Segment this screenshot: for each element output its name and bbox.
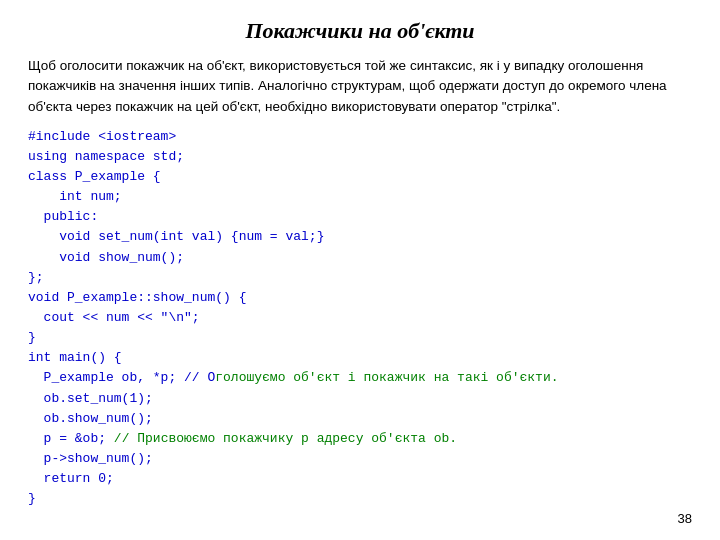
code-line: void P_example::show_num() { [28, 288, 692, 308]
code-line: return 0; [28, 469, 692, 489]
description-text: Щоб оголосити покажчик на об'єкт, викори… [28, 56, 692, 117]
code-line: ob.show_num(); [28, 409, 692, 429]
code-line: P_example ob, *p; // Оголошуємо об'єкт і… [28, 368, 692, 388]
code-line: } [28, 489, 692, 509]
code-line: void set_num(int val) {num = val;} [28, 227, 692, 247]
code-comment: голошуємо об'єкт і покажчик на такі об'є… [215, 370, 558, 385]
page: Покажчики на об'єкти Щоб оголосити покаж… [0, 0, 720, 540]
page-title: Покажчики на об'єкти [28, 18, 692, 44]
code-line: p->show_num(); [28, 449, 692, 469]
code-line: int main() { [28, 348, 692, 368]
code-line: p = &ob; // Присвоюємо покажчику p адрес… [28, 429, 692, 449]
page-number: 38 [678, 511, 692, 526]
code-line: ob.set_num(1); [28, 389, 692, 409]
code-line: class P_example { [28, 167, 692, 187]
code-line: } [28, 328, 692, 348]
code-line: }; [28, 268, 692, 288]
code-line: using namespace std; [28, 147, 692, 167]
code-line: public: [28, 207, 692, 227]
code-line: int num; [28, 187, 692, 207]
code-line: cout << num << "\n"; [28, 308, 692, 328]
code-comment: // Присвоюємо покажчику p адресу об'єкта… [114, 431, 457, 446]
code-line: void show_num(); [28, 248, 692, 268]
code-line: #include <iostream> [28, 127, 692, 147]
code-block: #include <iostream>using namespace std;c… [28, 127, 692, 510]
